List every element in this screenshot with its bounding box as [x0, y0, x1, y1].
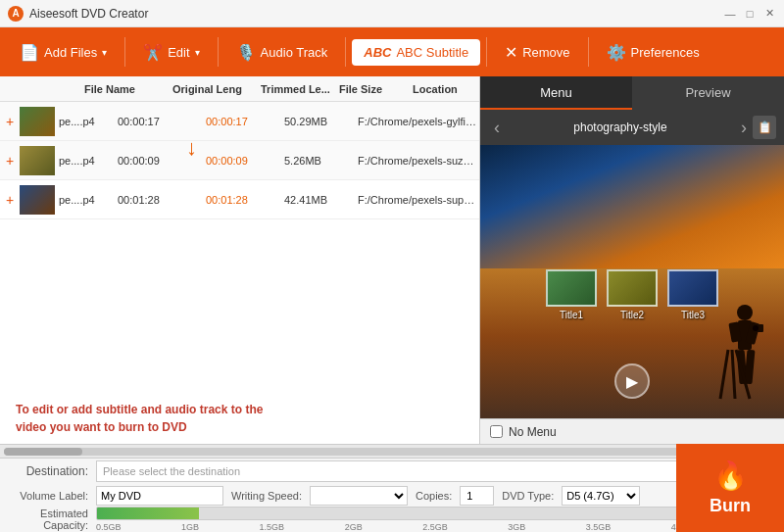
row-size-2: 5.26MB: [284, 155, 358, 167]
row-loc-3: F:/Chrome/pexels-super-l...: [358, 194, 479, 206]
nav-prev-arrow[interactable]: ‹: [488, 118, 506, 138]
destination-label: Destination:: [10, 464, 88, 478]
cap-tick-6: 3.5GB: [586, 522, 612, 532]
row-thumb-3: [20, 185, 55, 215]
table-row[interactable]: + pe....p4 00:00:17 00:00:17 50.29MB F:/…: [0, 102, 479, 141]
divider-5: [588, 37, 589, 67]
table-row[interactable]: + pe....p4 00:01:28 00:01:28 42.41MB F:/…: [0, 180, 479, 219]
play-button[interactable]: ▶: [614, 363, 650, 399]
row-loc-2: F:/Chrome/pexels-suzann...: [358, 155, 479, 167]
row-size-3: 42.41MB: [284, 194, 358, 206]
scrollbar-track: [4, 448, 780, 456]
edit-icon: ✂️: [143, 43, 163, 62]
add-files-button[interactable]: 📄 Add Files ▾: [8, 37, 119, 68]
capacity-bar-fill: [97, 508, 199, 519]
svg-point-0: [737, 305, 753, 320]
add-files-dropdown-arrow: ▾: [102, 47, 107, 58]
preferences-icon: ⚙️: [607, 43, 626, 62]
subtitle-icon: ABC: [364, 45, 391, 60]
remove-icon: ✕: [505, 43, 517, 62]
audio-track-button[interactable]: 🎙️ Audio Track: [224, 37, 340, 68]
row-filename-3: pe....p4: [59, 194, 118, 206]
row-orig-3: 00:01:28: [118, 194, 206, 206]
thumb-label-2: Title2: [620, 310, 644, 320]
capacity-row: Estimated Capacity: 0.5GB 1GB 1.5GB 2GB …: [0, 508, 784, 531]
destination-row: Destination: Please select the destinati…: [0, 459, 784, 484]
destination-input[interactable]: Please select the destination: [96, 460, 751, 482]
writing-speed-select[interactable]: [310, 486, 408, 506]
tab-preview[interactable]: Preview: [632, 76, 784, 110]
main-content: File Name Original Leng Trimmed Le... Fi…: [0, 76, 784, 444]
tab-menu[interactable]: Menu: [480, 76, 632, 110]
menu-icon-1[interactable]: 📋: [753, 116, 776, 139]
scrollbar-thumb: [4, 448, 82, 456]
col-header-loc: Location: [413, 83, 479, 95]
thumb-img-2: [607, 269, 658, 307]
add-files-icon: 📄: [20, 43, 39, 62]
cap-tick-5: 3GB: [508, 522, 525, 532]
svg-line-9: [732, 350, 735, 399]
edit-dropdown-arrow: ▾: [195, 47, 200, 58]
cap-tick-3: 2GB: [345, 522, 363, 532]
menu-icon-buttons: 📋: [753, 116, 776, 139]
burn-icon: 🔥: [713, 459, 748, 492]
row-loc-1: F:/Chrome/pexels-gylfi-g...: [358, 116, 479, 127]
table-header: File Name Original Leng Trimmed Le... Fi…: [0, 76, 479, 102]
horizontal-scrollbar[interactable]: [0, 445, 784, 459]
row-expand-1[interactable]: +: [0, 114, 20, 129]
thumb-img-1: [546, 269, 597, 307]
row-filename-1: pe....p4: [59, 116, 118, 127]
edit-button[interactable]: ✂️ Edit ▾: [131, 37, 211, 68]
row-trim-2: 00:00:09: [206, 155, 284, 167]
down-arrow-annotation: ↓: [186, 137, 197, 159]
file-list: + pe....p4 00:00:17 00:00:17 50.29MB F:/…: [0, 102, 479, 393]
capacity-label: Estimated Capacity:: [10, 508, 88, 531]
photographer-silhouette: [710, 301, 769, 418]
burn-button[interactable]: 🔥 Burn: [676, 444, 784, 532]
row-trim-1: 00:00:17: [206, 116, 284, 127]
right-panel: Menu Preview ‹ photography-style › 📋 Ti: [480, 76, 784, 444]
file-panel: File Name Original Leng Trimmed Le... Fi…: [0, 76, 480, 444]
close-button[interactable]: ✕: [762, 7, 776, 21]
app-title: Aiseesoft DVD Creator: [29, 7, 723, 21]
preview-sky: [480, 145, 784, 268]
annotation-text: To edit or add subtitle and audio track …: [16, 401, 464, 436]
copies-input[interactable]: [460, 486, 494, 506]
divider-2: [218, 37, 219, 67]
row-thumb-2: [20, 146, 55, 175]
divider-3: [345, 37, 346, 67]
col-header-orig: Original Leng: [172, 83, 261, 95]
svg-line-8: [720, 350, 728, 399]
row-expand-2[interactable]: +: [0, 153, 20, 169]
table-row[interactable]: + pe....p4 00:00:09 00:00:09 5.26MB F:/C…: [0, 141, 479, 180]
no-menu-bar: No Menu: [480, 418, 784, 444]
subtitle-button[interactable]: ABC ABC Subtitle: [352, 39, 480, 66]
volume-input[interactable]: [96, 486, 223, 506]
thumb-item-1[interactable]: Title1: [546, 269, 597, 320]
row-expand-3[interactable]: +: [0, 192, 20, 208]
row-trim-3: 00:01:28: [206, 194, 284, 206]
restore-button[interactable]: □: [743, 7, 757, 21]
preferences-button[interactable]: ⚙️ Preferences: [595, 37, 711, 68]
dvd-type-select[interactable]: D5 (4.7G): [562, 486, 640, 506]
row-thumb-1: [20, 107, 55, 136]
nav-next-arrow[interactable]: ›: [735, 118, 753, 138]
volume-row: Volume Label: Writing Speed: Copies: DVD…: [0, 484, 784, 508]
remove-button[interactable]: ✕ Remove: [493, 37, 581, 68]
row-orig-1: 00:00:17: [118, 116, 206, 127]
minimize-button[interactable]: —: [723, 7, 737, 21]
app-icon: A: [8, 6, 24, 22]
thumb-item-2[interactable]: Title2: [607, 269, 658, 320]
row-size-1: 50.29MB: [284, 116, 358, 127]
col-header-trim: Trimmed Le...: [261, 83, 339, 95]
cap-tick-4: 2.5GB: [422, 522, 448, 532]
svg-point-5: [753, 325, 759, 331]
capacity-bar-area: 0.5GB 1GB 1.5GB 2GB 2.5GB 3GB 3.5GB 4GB …: [96, 507, 774, 532]
divider-1: [124, 37, 125, 67]
toolbar: 📄 Add Files ▾ ✂️ Edit ▾ 🎙️ Audio Track A…: [0, 27, 784, 76]
col-header-filename: File Name: [55, 83, 172, 95]
no-menu-checkbox[interactable]: [490, 425, 503, 438]
window-controls: — □ ✕: [723, 7, 776, 21]
menu-nav: ‹ photography-style › 📋: [480, 110, 784, 145]
svg-rect-7: [744, 350, 755, 385]
